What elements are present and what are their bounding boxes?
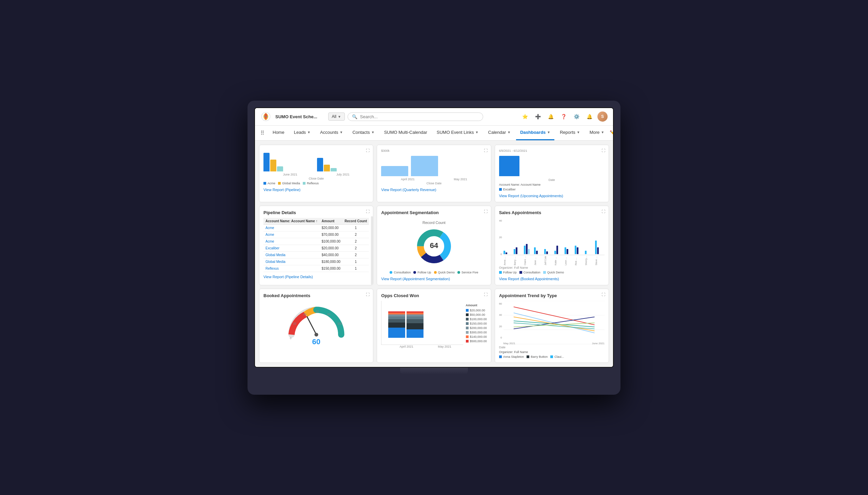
- row-count: 1: [343, 265, 369, 272]
- opps-legend-20k: $20,000.00: [466, 309, 487, 312]
- nav-event-links[interactable]: SUMO Event Links ▼: [433, 126, 483, 140]
- grid-menu-icon[interactable]: ⠿: [261, 130, 265, 136]
- nav-more[interactable]: More ▼: [586, 126, 608, 140]
- record-count-label: Record Count: [422, 221, 446, 225]
- laptop-stand: [400, 368, 468, 374]
- row-name[interactable]: Global Media: [264, 258, 320, 265]
- row-name[interactable]: Acme: [264, 224, 320, 231]
- nav-leads[interactable]: Leads ▼: [290, 126, 315, 140]
- legend-globalmedia-color: [278, 182, 281, 185]
- gauge-svg: 0 20 40 60 80 100: [282, 304, 350, 341]
- gauge-value: 60: [312, 338, 320, 346]
- quarterly-bar-may: [411, 156, 438, 176]
- nav-home[interactable]: Home: [269, 126, 288, 140]
- edit-icon[interactable]: ✏️: [610, 130, 614, 136]
- booked-expand-icon[interactable]: ⛶: [366, 292, 370, 296]
- x-label-4: Jane Mc...: [534, 256, 544, 265]
- nav-dashboards[interactable]: Dashboards ▼: [516, 126, 554, 140]
- dashboards-chevron: ▼: [547, 131, 550, 134]
- svg-point-8: [314, 333, 318, 337]
- appt-segmentation-expand-icon[interactable]: ⛶: [484, 209, 488, 214]
- bar-1-followup: [503, 251, 505, 254]
- y-label-0: 0: [500, 253, 502, 256]
- quarterly-view-report[interactable]: View Report (Quarterly Revenue): [381, 188, 487, 192]
- row-name[interactable]: Reflexus: [264, 265, 320, 272]
- apps-icon[interactable]: ➕: [533, 112, 542, 121]
- x-label-6: Katie Miller: [554, 256, 564, 265]
- leads-chevron: ▼: [307, 131, 311, 134]
- sales-col-8: [575, 246, 584, 254]
- sales-y-axis: 40 20 0: [499, 218, 503, 265]
- upcoming-expand-icon[interactable]: ⛶: [601, 149, 605, 152]
- bell-icon[interactable]: 🔔: [546, 112, 555, 121]
- pipeline-june-label: June 2021: [283, 173, 297, 176]
- pipeline-x-axis: June 2021 July 2021: [264, 173, 369, 176]
- pipeline-col-count: Record Count: [343, 218, 369, 225]
- pipeline-col-amount: Amount: [320, 218, 343, 225]
- legend-globalmedia: Global Media: [278, 182, 300, 185]
- search-input[interactable]: [360, 114, 428, 119]
- row-name[interactable]: Acme: [264, 238, 320, 245]
- upcoming-view-report[interactable]: View Report (Upcoming Appointments): [499, 194, 604, 198]
- quarterly-expand-icon[interactable]: ⛶: [484, 149, 488, 152]
- row-name[interactable]: Global Media: [264, 251, 320, 258]
- appt-trend-expand-icon[interactable]: ⛶: [601, 292, 605, 296]
- opps-legend: Amount $20,000.00 $50,000.00 $100,000.00…: [466, 301, 487, 348]
- pipeline-details-title: Pipeline Details: [264, 210, 369, 215]
- pipeline-details-view-report[interactable]: View Report (Pipeline Details): [264, 275, 369, 279]
- opps-150k-color: [466, 322, 469, 325]
- row-name[interactable]: Acme: [264, 231, 320, 238]
- opps-april-seg2: [388, 323, 405, 328]
- pipeline-view-report[interactable]: View Report (Pipeline): [264, 188, 369, 192]
- trend-june-label: June 2021: [592, 342, 604, 345]
- sales-appointments-chart-container: 40 20 0: [499, 218, 604, 265]
- settings-icon[interactable]: ⚙️: [572, 112, 581, 121]
- row-count: 1: [343, 224, 369, 231]
- x-label-10: Steve Sales: [595, 256, 604, 265]
- quarterly-x-axis: April 2021 May 2021: [381, 177, 487, 181]
- row-count: 2: [343, 238, 369, 245]
- opps-20k-color: [466, 309, 469, 312]
- pipeline-expand-icon[interactable]: ⛶: [366, 149, 370, 152]
- nav-icons: ⭐ ➕ 🔔 ❓ ⚙️ 🔔 S: [520, 112, 607, 122]
- sales-appointments-view-report[interactable]: View Report (Booked Appointments): [499, 277, 604, 281]
- nav-contacts[interactable]: Contacts ▼: [348, 126, 379, 140]
- row-name[interactable]: Excaliber: [264, 245, 320, 251]
- search-icon: 🔍: [352, 114, 357, 119]
- legend-followup: Follow Up: [413, 271, 431, 274]
- nav-accounts[interactable]: Accounts ▼: [316, 126, 347, 140]
- notification-icon[interactable]: 🔔: [585, 112, 594, 121]
- nav-sumo-calendar[interactable]: SUMO Multi-Calendar: [380, 126, 431, 140]
- servicefive-color: [457, 271, 460, 274]
- pipeline-details-expand-icon[interactable]: ⛶: [366, 209, 370, 214]
- legend-excaliber-color: [499, 188, 502, 191]
- dashboard-row-3: Booked Appointments ⛶: [259, 289, 609, 363]
- nav-calendar[interactable]: Calendar ▼: [484, 126, 515, 140]
- table-row: Reflexus $150,000.00 1: [264, 265, 369, 272]
- table-row: Acme $20,000.00 1: [264, 224, 369, 231]
- all-filter-button[interactable]: All ▼: [328, 113, 345, 121]
- appt-trend-widget: Appointment Trend by Type ⛶ 60 40 20 0: [495, 289, 609, 363]
- sales-organizer-label: Organizer: Full Name: [499, 266, 604, 269]
- search-box[interactable]: 🔍: [348, 113, 483, 121]
- appt-segmentation-view-report[interactable]: View Report (Appointment Segmentation): [381, 277, 487, 281]
- bar-7-followup: [565, 248, 566, 254]
- question-icon[interactable]: ❓: [559, 112, 568, 121]
- app-logo[interactable]: [261, 111, 271, 122]
- quickdemo-color: [434, 271, 437, 274]
- legend-sales-quickdemo: Quick Demo: [543, 271, 564, 274]
- opps-closed-won-widget: Opps Closed Won ⛶: [377, 289, 491, 363]
- star-icon[interactable]: ⭐: [520, 112, 530, 121]
- pipeline-details-scroll[interactable]: Account Name: Account Name ↑ Amount Reco…: [264, 218, 369, 272]
- bar-3-followup: [524, 246, 525, 254]
- user-avatar[interactable]: S: [597, 112, 607, 122]
- opps-expand-icon[interactable]: ⛶: [484, 292, 488, 296]
- sales-appointments-expand-icon[interactable]: ⛶: [601, 209, 605, 214]
- bar-3-consultation: [526, 244, 528, 254]
- trend-lines-container: May 2021 June 2021: [503, 301, 604, 345]
- legend-reflexus-color: [303, 182, 305, 185]
- opps-legend-100k: $100,000.00: [466, 318, 487, 321]
- opps-april-label: April 2021: [388, 345, 425, 348]
- consultation-color: [389, 271, 392, 274]
- nav-reports[interactable]: Reports ▼: [556, 126, 584, 140]
